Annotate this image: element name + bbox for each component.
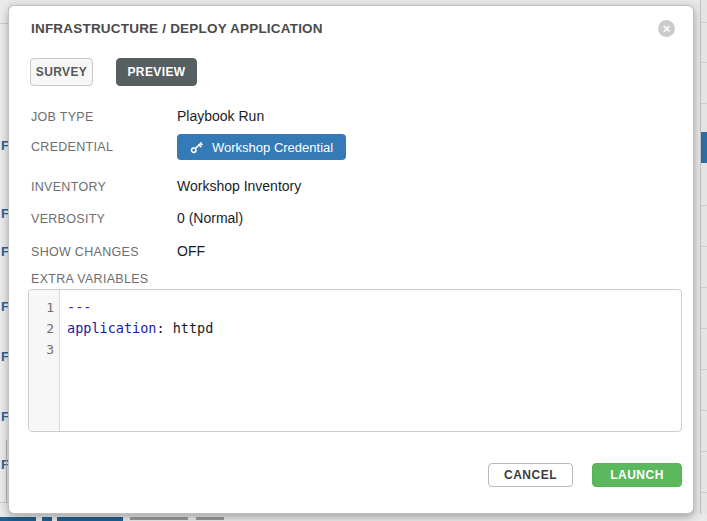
preview-tabs: SURVEY PREVIEW [30,58,197,86]
field-row-verbosity: VERBOSITY 0 (Normal) [31,210,671,226]
page-title: INFRASTRUCTURE / DEPLOY APPLICATION [31,21,323,36]
editor-line-number-gutter: 1 2 3 [29,290,60,431]
yaml-value: : httpd [156,320,213,336]
editor-code-area: --- application: httpd [60,290,213,431]
line-number: 1 [29,297,59,318]
background-text-fragment [42,517,52,521]
extra-variables-editor[interactable]: 1 2 3 --- application: httpd [28,289,682,432]
background-page-right-strip [700,0,707,521]
line-number: 2 [29,318,59,339]
background-text-fragment: F [1,139,8,152]
background-text-fragment: F [1,245,8,258]
background-divider [701,103,707,104]
show-changes-label: SHOW CHANGES [31,243,177,259]
field-row-credential: CREDENTIAL Workshop Credential [31,138,671,160]
background-divider [701,246,707,247]
background-text-fragment [196,517,224,520]
key-icon [190,141,203,154]
job-type-value: Playbook Run [177,108,264,124]
background-text-fragment: F [1,207,8,220]
background-divider [701,369,707,370]
background-text-fragment [130,517,188,520]
yaml-doc-marker: --- [67,299,91,315]
yaml-key: application [67,320,156,336]
tab-preview[interactable]: PREVIEW [116,58,197,86]
background-page-bottom-strip [0,514,707,521]
background-divider [701,410,707,411]
background-divider [0,23,8,24]
modal-footer: CANCEL LAUNCH [488,463,682,487]
background-text-fragment: F [1,300,8,313]
show-changes-value: OFF [177,243,205,259]
background-selected-row [701,132,707,163]
background-page-left-strip: F F F F F F F [0,0,8,521]
launch-button[interactable]: LAUNCH [592,463,682,487]
background-divider [701,451,707,452]
verbosity-value: 0 (Normal) [177,210,243,226]
field-row-show-changes: SHOW CHANGES OFF [31,243,671,259]
extra-variables-label: EXTRA VARIABLES [31,272,149,286]
job-type-label: JOB TYPE [31,108,177,124]
code-line-1: --- [67,297,213,318]
cancel-button[interactable]: CANCEL [488,463,573,487]
background-divider [701,287,707,288]
background-divider [701,205,707,206]
code-line-2: application: httpd [67,318,213,339]
background-text-fragment [57,517,123,521]
background-divider [6,440,7,502]
background-divider [0,502,8,503]
background-divider [701,22,707,23]
background-divider [701,492,707,493]
deploy-application-modal: INFRASTRUCTURE / DEPLOY APPLICATION × SU… [8,5,694,514]
background-divider [701,328,707,329]
field-row-inventory: INVENTORY Workshop Inventory [31,178,671,194]
background-divider [701,62,707,63]
background-text-fragment: F [1,350,8,363]
line-number: 3 [29,339,59,360]
field-row-job-type: JOB TYPE Playbook Run [31,108,671,124]
verbosity-label: VERBOSITY [31,210,177,226]
credential-label: CREDENTIAL [31,138,177,160]
credential-badge-label: Workshop Credential [212,140,333,155]
close-icon[interactable]: × [658,20,675,37]
credential-badge[interactable]: Workshop Credential [177,134,346,160]
background-text-fragment [0,517,36,521]
inventory-label: INVENTORY [31,178,177,194]
inventory-value: Workshop Inventory [177,178,301,194]
background-text-fragment: F [1,410,8,423]
tab-survey[interactable]: SURVEY [30,58,93,86]
